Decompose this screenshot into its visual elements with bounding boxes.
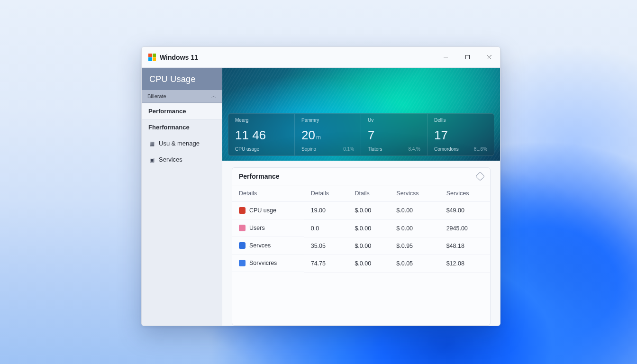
manage-icon: ▦: [148, 140, 155, 147]
row-name-cell: Users: [232, 219, 304, 237]
row-name-cell: Sorvvicres: [232, 255, 304, 272]
stat-sub-left: Tlators: [368, 146, 382, 152]
row-icon: [239, 225, 246, 231]
row-cell: 2945.00: [440, 219, 490, 237]
sidebar-dropdown[interactable]: Billerate ︿: [142, 90, 222, 103]
stat-top-label: Mearg: [235, 118, 288, 123]
performance-table: Details Details Dtails Servicss Services…: [232, 185, 490, 273]
table-row[interactable]: Sorvvicres74.75$.0.00$.0.05$12.08: [232, 255, 490, 272]
stat-value: 7: [368, 129, 420, 141]
column-header[interactable]: Details: [232, 185, 304, 202]
sidebar-title: CPU Usage: [142, 68, 222, 90]
row-name-cell: Servces: [232, 237, 304, 255]
stat-sub-right: 8.4.%: [408, 146, 420, 152]
close-button[interactable]: [478, 47, 500, 68]
row-cell: $.0.00: [390, 202, 439, 220]
row-cell: $48.18: [440, 237, 490, 255]
column-header[interactable]: Details: [304, 185, 348, 202]
stat-card[interactable]: Dellls 17 Comordons8L.6%: [428, 114, 494, 155]
row-name: Sorvvicres: [249, 260, 277, 266]
row-cell: $.0.00: [348, 255, 390, 272]
row-name-cell: CPU usge: [232, 202, 304, 219]
stat-value: 17: [434, 129, 487, 141]
minimize-icon: [443, 55, 448, 60]
stat-top-label: Uv: [368, 118, 420, 123]
stat-sub-left: Sopino: [301, 146, 316, 152]
row-name: CPU usge: [249, 207, 276, 214]
panel-header: Performance: [232, 168, 490, 185]
column-header[interactable]: Dtails: [348, 185, 390, 202]
stat-sub-left: CPU usage: [235, 146, 259, 152]
row-cell: $.0.95: [390, 237, 439, 255]
svg-rect-1: [465, 55, 469, 59]
window-title: Windows 11: [160, 54, 198, 61]
row-name: Users: [249, 225, 265, 231]
row-cell: 74.75: [304, 255, 348, 272]
row-cell: 35.05: [304, 237, 348, 255]
row-cell: $12.08: [440, 255, 490, 272]
window-controls: [435, 47, 500, 68]
stat-value: 11 46: [235, 129, 288, 141]
performance-panel: Performance Details Details Dtails Servi…: [232, 167, 491, 326]
sidebar-item-manage[interactable]: ▦ Usu & menage: [142, 136, 222, 152]
app-window: Windows 11 CPU Usage Billerate ︿ Perform…: [141, 46, 500, 326]
sidebar-item-label: Performance: [148, 108, 186, 115]
row-cell: 19.00: [304, 202, 348, 220]
sidebar: CPU Usage Billerate ︿ Performance Fherfo…: [142, 68, 222, 326]
table-row[interactable]: Servces35.05$.0.00$.0.95$48.18: [232, 237, 490, 255]
maximize-button[interactable]: [456, 47, 478, 68]
minimize-button[interactable]: [435, 47, 456, 68]
row-name: Servces: [249, 242, 271, 249]
row-icon: [239, 207, 246, 214]
sidebar-item-performance[interactable]: Performance: [142, 103, 222, 119]
stat-card[interactable]: Pammry 20m Sopino0.1%: [295, 114, 361, 155]
stat-sub-right: 0.1%: [343, 146, 354, 152]
services-icon: ▣: [148, 156, 155, 163]
sidebar-item-label: Fherformance: [148, 124, 190, 131]
sidebar-item-fherformance[interactable]: Fherformance: [142, 119, 222, 136]
panel-title: Performance: [239, 173, 280, 180]
stat-sub-left: Comordons: [434, 146, 459, 152]
row-cell: $.0.00: [348, 202, 390, 220]
table-row[interactable]: Users0.0$.0.00$ 0.002945.00: [232, 219, 490, 237]
main-content: Mearg 11 46 CPU usage Pammry 20m Sopino0…: [222, 68, 500, 326]
titlebar: Windows 11: [142, 47, 500, 68]
sidebar-item-services[interactable]: ▣ Services: [142, 152, 222, 168]
row-cell: $.0.05: [390, 255, 439, 272]
stat-top-label: Dellls: [434, 118, 487, 123]
table-header-row: Details Details Dtails Servicss Services: [232, 185, 490, 202]
maximize-icon: [465, 55, 470, 60]
stat-top-label: Pammry: [301, 118, 354, 123]
stat-sub-right: 8L.6%: [474, 146, 487, 152]
chevron-up-icon: ︿: [211, 93, 216, 100]
column-header[interactable]: Services: [440, 185, 490, 202]
sidebar-dropdown-label: Billerate: [147, 93, 166, 99]
row-cell: $49.00: [440, 202, 490, 220]
close-icon: [487, 55, 492, 60]
stat-card[interactable]: Uv 7 Tlators8.4.%: [361, 114, 428, 155]
row-cell: $.0.00: [348, 219, 390, 237]
row-icon: [239, 242, 246, 249]
column-header[interactable]: Servicss: [390, 185, 439, 202]
sidebar-item-label: Services: [159, 156, 182, 163]
stat-card[interactable]: Mearg 11 46 CPU usage: [228, 114, 295, 155]
hero-banner: Mearg 11 46 CPU usage Pammry 20m Sopino0…: [222, 68, 500, 161]
refresh-icon[interactable]: [475, 172, 485, 181]
stat-value: 20m: [301, 129, 354, 141]
stat-cards: Mearg 11 46 CPU usage Pammry 20m Sopino0…: [228, 113, 494, 156]
row-icon: [239, 260, 246, 266]
row-cell: $.0.00: [348, 237, 390, 255]
table-row[interactable]: CPU usge19.00$.0.00$.0.00$49.00: [232, 202, 490, 220]
sidebar-item-label: Usu & menage: [159, 140, 200, 147]
windows-logo-icon: [148, 54, 156, 61]
row-cell: 0.0: [304, 219, 348, 237]
row-cell: $ 0.00: [390, 219, 439, 237]
